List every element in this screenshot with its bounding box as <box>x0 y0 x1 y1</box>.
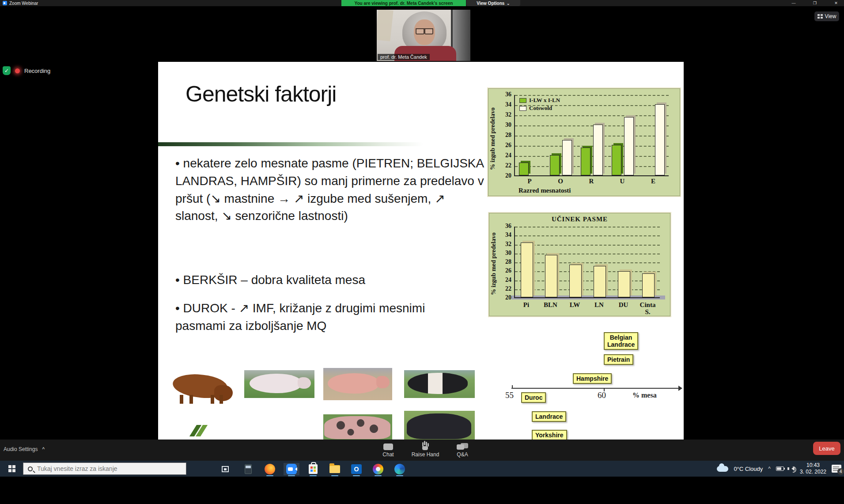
legend-item: I-LW x I-LN <box>519 97 560 104</box>
leave-button[interactable]: Leave <box>813 442 840 455</box>
y-tick-label: 30 <box>505 121 511 129</box>
hidden-icons-chevron[interactable]: ^ <box>768 466 771 472</box>
x-axis-line <box>511 388 679 389</box>
gridline <box>515 289 660 290</box>
zoom-app-icon <box>3 1 7 5</box>
battery-icon[interactable] <box>776 466 784 471</box>
taskbar-clock[interactable]: 10:43 3. 02. 2022 <box>800 462 826 475</box>
gridline <box>515 254 660 254</box>
raise-hand-button[interactable]: Raise Hand <box>405 441 445 458</box>
breed-box-hampshire: Hampshire <box>573 373 612 384</box>
chart-breed-effect: UČINEK PASME % izgub med predelavo 20222… <box>489 213 670 316</box>
taskbar-icon-calculator[interactable] <box>240 463 256 475</box>
bar-Cotswold <box>593 125 603 175</box>
photo-large-white-pig <box>323 368 392 400</box>
y-tick-label: 22 <box>505 162 511 169</box>
question-answer-icon <box>443 441 482 450</box>
qa-button[interactable]: Q&A <box>443 441 482 458</box>
gridline <box>515 136 669 136</box>
taskbar-icon-firefox[interactable] <box>262 463 278 475</box>
recording-indicator: ✓ Recording <box>3 66 50 75</box>
pig-body <box>328 373 379 394</box>
x-category-label: Pi <box>517 302 536 309</box>
clock-date: 3. 02. 2022 <box>800 469 826 475</box>
view-options-label: View Options <box>477 1 504 6</box>
audio-settings-button[interactable]: Audio Settings ^ <box>4 446 45 452</box>
app-identity: Zoom Webinar <box>3 0 38 6</box>
x-category-label: BLN <box>541 302 560 309</box>
taskbar-icon-microsoft-store[interactable] <box>305 463 321 475</box>
outlook-icon: O <box>351 464 362 474</box>
gridline <box>515 125 669 126</box>
gridline <box>515 262 660 263</box>
taskbar-icon-paint[interactable] <box>370 463 386 475</box>
breed-box-landrace: Landrace <box>532 411 566 422</box>
taskbar-icon-file-explorer[interactable] <box>327 463 343 475</box>
gridline <box>515 227 660 227</box>
meeting-stage: prof. dr. Meta Čandek View ✓ Recording G… <box>0 6 844 440</box>
windows-logo-icon <box>8 465 15 472</box>
weather-text[interactable]: 0°C Cloudy <box>734 466 763 472</box>
legend-swatch-green <box>519 98 526 103</box>
shared-screen-slide: Genetski faktorji • nekatere zelo mesnat… <box>158 62 684 440</box>
bar-I-LWxI-LN <box>519 163 529 175</box>
title-divider-bar <box>158 142 423 146</box>
bar-CintaS. <box>642 273 655 297</box>
windows-taskbar: O 0°C Cloudy ^ 10:43 3. 02. 2022 4 <box>0 461 844 477</box>
open-app-indicator <box>331 475 338 476</box>
y-tick-label: 34 <box>505 101 511 108</box>
clock-time: 10:43 <box>800 462 826 469</box>
slide-title: Genetski faktorji <box>185 81 336 107</box>
zoom-camera-icon <box>286 464 297 474</box>
y-tick-label: 32 <box>505 111 511 118</box>
open-app-indicator <box>396 475 403 476</box>
x-category-label: Cinta S. <box>638 302 658 316</box>
pig-leg <box>220 395 223 404</box>
pig-leg <box>211 395 214 404</box>
taskbar-search[interactable] <box>23 462 186 475</box>
y-tick-label: 20 <box>505 172 511 179</box>
pig-body <box>250 374 302 393</box>
system-tray: 0°C Cloudy ^ 10:43 3. 02. 2022 4 <box>717 461 841 477</box>
y-tick-label: 32 <box>505 241 511 248</box>
pig-body <box>324 416 390 439</box>
start-button[interactable] <box>4 464 19 473</box>
folder-icon <box>329 465 340 473</box>
gridline <box>515 245 660 246</box>
search-input[interactable] <box>37 465 170 472</box>
photo-berkshire-black-pig <box>404 411 475 440</box>
breed-box-duroc: Duroc <box>521 392 546 403</box>
speaker-volume-icon[interactable] <box>789 466 795 471</box>
y-tick-label: 36 <box>505 223 511 230</box>
weather-cloud-icon[interactable] <box>717 466 728 472</box>
axis-tick-55 <box>512 385 513 388</box>
notification-center-icon[interactable]: 4 <box>832 465 841 473</box>
minimize-button[interactable]: — <box>787 0 800 6</box>
gridline <box>515 156 669 157</box>
taskbar-icon-zoom[interactable] <box>284 463 299 475</box>
close-button[interactable]: ✕ <box>829 0 843 6</box>
open-app-indicator <box>310 475 317 476</box>
taskbar-icon-task-view[interactable] <box>217 463 233 475</box>
view-button-label: View <box>825 13 836 19</box>
gridline <box>515 235 660 236</box>
view-layout-button[interactable]: View <box>814 11 839 21</box>
pig-body <box>407 413 471 439</box>
bullet-point: • BERKŠIR – dobra kvaliteta mesa <box>175 271 467 289</box>
x-category-label: P <box>520 178 539 185</box>
search-icon <box>28 466 33 471</box>
taskbar-icon-outlook[interactable]: O <box>348 463 364 475</box>
chevron-down-icon: ⌄ <box>506 1 510 6</box>
taskbar-icon-edge[interactable] <box>392 463 408 475</box>
maximize-button[interactable]: ❐ <box>808 0 821 6</box>
axis-number-60: 60 <box>598 390 606 400</box>
chart-title: UČINEK PASME <box>489 216 670 223</box>
gridline <box>515 115 669 116</box>
speaker-video-tile[interactable]: prof. dr. Meta Čandek <box>377 10 470 61</box>
chat-button[interactable]: Chat <box>368 441 408 458</box>
diagram-lean-meat-axis: Belgian Landrace Pietrain Hampshire 55 6… <box>503 330 684 440</box>
bar-I-LWxI-LN <box>612 145 621 175</box>
pig-head <box>214 385 233 401</box>
view-options-dropdown[interactable]: View Options ⌄ <box>466 0 520 6</box>
screen-share-banner: You are viewing prof. dr. Meta Candek's … <box>341 0 466 6</box>
